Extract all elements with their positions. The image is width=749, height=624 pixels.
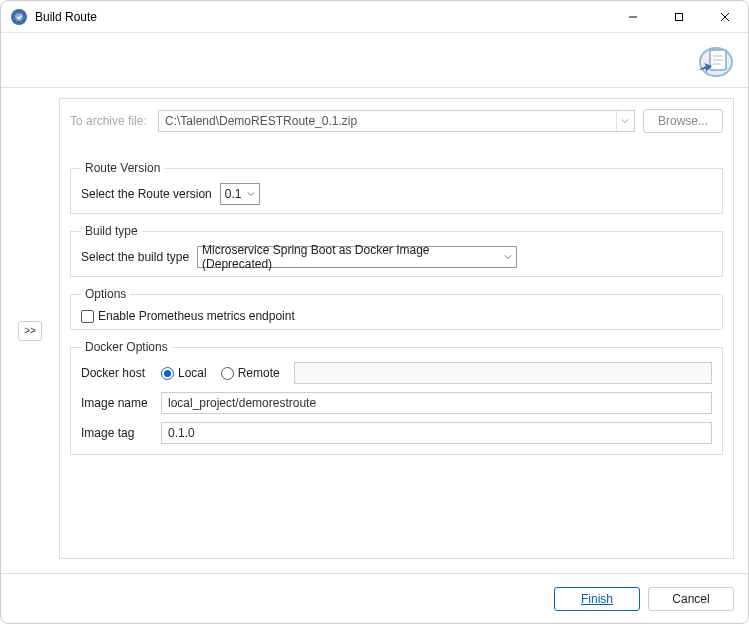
expand-toggle-button[interactable]: >> bbox=[18, 321, 42, 341]
docker-host-remote-input bbox=[294, 362, 712, 384]
form-panel: To archive file: C:\Talend\DemoRESTRoute… bbox=[59, 98, 734, 559]
chevron-down-icon bbox=[247, 187, 255, 201]
window-title: Build Route bbox=[35, 10, 97, 24]
options-group: Options Enable Prometheus metrics endpoi… bbox=[70, 287, 723, 330]
options-legend: Options bbox=[81, 287, 130, 301]
archive-label: To archive file: bbox=[70, 114, 150, 128]
build-type-select[interactable]: Microservice Spring Boot as Docker Image… bbox=[197, 246, 517, 268]
build-type-group: Build type Select the build type Microse… bbox=[70, 224, 723, 277]
window-titlebar: Build Route bbox=[1, 1, 748, 33]
dialog-footer: Finish Cancel bbox=[1, 573, 748, 623]
docker-host-remote-radio[interactable] bbox=[221, 367, 234, 380]
image-name-label: Image name bbox=[81, 396, 161, 410]
export-icon bbox=[692, 36, 740, 84]
route-version-value: 0.1 bbox=[225, 187, 242, 201]
svg-point-0 bbox=[15, 13, 23, 21]
chevron-down-icon bbox=[504, 250, 512, 264]
minimize-button[interactable] bbox=[610, 1, 656, 33]
archive-path-combo[interactable]: C:\Talend\DemoRESTRoute_0.1.zip bbox=[158, 110, 635, 132]
docker-host-remote-label: Remote bbox=[238, 366, 280, 380]
finish-button[interactable]: Finish bbox=[554, 587, 640, 611]
docker-options-legend: Docker Options bbox=[81, 340, 172, 354]
browse-button[interactable]: Browse... bbox=[643, 109, 723, 133]
route-version-group: Route Version Select the Route version 0… bbox=[70, 161, 723, 214]
docker-host-local-label: Local bbox=[178, 366, 207, 380]
image-name-input[interactable] bbox=[161, 392, 712, 414]
prometheus-checkbox[interactable] bbox=[81, 310, 94, 323]
route-version-label: Select the Route version bbox=[81, 187, 212, 201]
image-tag-label: Image tag bbox=[81, 426, 161, 440]
build-type-legend: Build type bbox=[81, 224, 142, 238]
route-version-select[interactable]: 0.1 bbox=[220, 183, 261, 205]
cancel-button[interactable]: Cancel bbox=[648, 587, 734, 611]
docker-options-group: Docker Options Docker host Local Remote … bbox=[70, 340, 723, 455]
build-type-label: Select the build type bbox=[81, 250, 189, 264]
image-tag-input[interactable] bbox=[161, 422, 712, 444]
route-version-legend: Route Version bbox=[81, 161, 164, 175]
dialog-banner bbox=[1, 33, 748, 88]
maximize-button[interactable] bbox=[656, 1, 702, 33]
chevron-down-icon bbox=[616, 111, 634, 131]
prometheus-label: Enable Prometheus metrics endpoint bbox=[98, 309, 295, 323]
docker-host-label: Docker host bbox=[81, 366, 161, 380]
app-icon bbox=[11, 9, 27, 25]
close-button[interactable] bbox=[702, 1, 748, 33]
docker-host-local-radio[interactable] bbox=[161, 367, 174, 380]
build-type-value: Microservice Spring Boot as Docker Image… bbox=[202, 243, 498, 271]
archive-path-value: C:\Talend\DemoRESTRoute_0.1.zip bbox=[159, 114, 616, 128]
svg-rect-2 bbox=[676, 13, 683, 20]
